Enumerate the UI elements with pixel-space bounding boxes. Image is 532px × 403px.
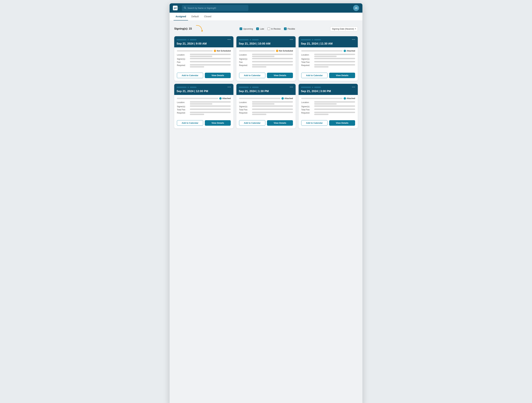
pill-dot <box>312 39 313 40</box>
add-to-calendar-button[interactable]: Add to Calendar <box>301 73 328 78</box>
field-bar <box>190 61 231 62</box>
card-datetime: Sep 21, 2024 | 9:00 AM <box>177 42 231 45</box>
field-bar <box>190 114 204 115</box>
field-label: Total Fee: <box>177 108 189 111</box>
pill-medium <box>314 39 321 40</box>
field-label: Total Fee: <box>239 108 251 111</box>
view-details-button[interactable]: View Details <box>329 120 355 126</box>
card-id-pills <box>177 87 196 88</box>
field-bar <box>314 54 355 55</box>
card-status-row: 📎 Attached <box>301 50 355 52</box>
field-value <box>252 58 293 59</box>
card-field: Location: <box>239 54 293 57</box>
card-field: Required: <box>239 112 293 115</box>
status-icon: ! <box>276 50 278 52</box>
card-datetime: Sep 21, 2024 | 1:30 PM <box>239 90 293 93</box>
field-bar <box>314 61 355 62</box>
card-menu-button[interactable]: ··· <box>352 38 355 41</box>
search-bar[interactable] <box>182 5 248 11</box>
field-bar <box>190 112 231 113</box>
filter-flexible[interactable]: ✓ Flexible <box>284 27 295 30</box>
field-bar <box>252 66 266 68</box>
field-label: Signer(s): <box>301 58 313 60</box>
card-body: 📎 Attached Location: Signer(s): Total Fe… <box>298 95 358 118</box>
field-label: Location: <box>177 101 189 104</box>
card-header: ··· Sep 21, 2024 | 11:30 AM <box>298 36 358 47</box>
signing-card: ··· Sep 21, 2024 | 9:00 AM ! Not Schedul… <box>174 36 234 81</box>
field-bar <box>252 64 293 65</box>
card-footer: Add to Calendar View Details <box>174 71 234 81</box>
filter-late[interactable]: ✓ Late <box>256 27 264 30</box>
pill-large <box>239 39 249 40</box>
toolbar: Signing(s): 15 ✓ Upcoming <box>174 25 358 33</box>
card-body: ! Not Scheduled Location: Signer(s): Fee… <box>236 47 296 71</box>
view-details-button[interactable]: View Details <box>329 73 355 78</box>
card-field: Signer(s): <box>301 58 355 60</box>
checkbox-upcoming[interactable]: ✓ <box>240 27 242 30</box>
field-label: Signer(s): <box>177 105 189 108</box>
filter-upcoming[interactable]: ✓ Upcoming <box>240 27 253 30</box>
field-label: Required: <box>239 64 251 67</box>
field-label: Fee: <box>177 61 189 63</box>
pill-medium <box>314 87 321 88</box>
field-label: Signer(s): <box>239 105 251 108</box>
card-footer: Add to Calendar View Details <box>236 71 296 81</box>
checkbox-flexible[interactable]: ✓ <box>284 27 287 30</box>
search-input[interactable] <box>188 7 246 9</box>
status-indicator: ! Not Scheduled <box>214 50 231 52</box>
pill-dot <box>188 39 189 40</box>
view-details-button[interactable]: View Details <box>267 73 293 78</box>
pill-dot <box>312 87 313 88</box>
tab-default[interactable]: Default <box>189 13 201 20</box>
card-field: Signer(s): <box>239 58 293 60</box>
field-label: Location: <box>301 101 313 104</box>
card-footer: Add to Calendar View Details <box>236 118 296 128</box>
sort-dropdown[interactable]: Signing Date (Nearest) ▾ <box>330 26 358 31</box>
logo: jot · <box>173 6 179 10</box>
card-menu-button[interactable]: ··· <box>228 38 231 41</box>
field-bar <box>314 114 329 115</box>
card-field: Signer(s): <box>177 58 231 60</box>
card-menu-button[interactable]: ··· <box>290 85 293 89</box>
pill-large <box>301 87 311 88</box>
card-field: Location: <box>177 54 231 57</box>
card-field: Total Fee: <box>301 61 355 63</box>
field-bar <box>252 114 266 115</box>
view-details-button[interactable]: View Details <box>267 120 293 126</box>
field-value <box>190 54 231 57</box>
filter-late-label: Late <box>260 28 264 30</box>
card-menu-button[interactable]: ··· <box>228 85 231 89</box>
field-bar <box>252 103 274 105</box>
field-bar <box>252 101 293 103</box>
view-details-button[interactable]: View Details <box>205 73 231 78</box>
add-to-calendar-button[interactable]: Add to Calendar <box>301 120 328 126</box>
field-value <box>314 112 355 115</box>
add-to-calendar-button[interactable]: Add to Calendar <box>177 120 203 126</box>
filter-in-review[interactable]: In Review <box>267 27 281 30</box>
field-bar <box>252 58 293 59</box>
field-label: Required: <box>301 64 313 67</box>
add-to-calendar-button[interactable]: Add to Calendar <box>239 73 265 78</box>
add-to-calendar-button[interactable]: Add to Calendar <box>177 73 203 78</box>
field-value <box>252 54 293 57</box>
card-id-pills <box>177 39 196 40</box>
tab-closed[interactable]: Closed <box>202 13 213 20</box>
field-label: Location: <box>301 54 313 56</box>
status-label: Attached <box>347 50 355 52</box>
card-menu-button[interactable]: ··· <box>352 85 355 89</box>
field-value <box>190 105 231 107</box>
field-bar <box>252 56 274 57</box>
field-value <box>190 61 231 62</box>
card-header: ··· Sep 21, 2024 | 1:30 PM <box>236 84 296 95</box>
checkbox-in-review[interactable] <box>267 27 270 30</box>
view-details-button[interactable]: View Details <box>205 120 231 126</box>
tab-assigned[interactable]: Assigned <box>174 13 188 20</box>
add-to-calendar-button[interactable]: Add to Calendar <box>239 120 265 126</box>
status-indicator: ! Not Scheduled <box>276 50 293 52</box>
card-field: Fee: <box>177 61 231 63</box>
field-label: Total Fee: <box>301 108 313 111</box>
card-menu-button[interactable]: ··· <box>290 38 293 41</box>
checkbox-late[interactable]: ✓ <box>256 27 259 30</box>
avatar: JS <box>353 5 359 11</box>
signing-card: ··· Sep 21, 2024 | 10:00 AM ! Not Schedu… <box>236 36 296 81</box>
